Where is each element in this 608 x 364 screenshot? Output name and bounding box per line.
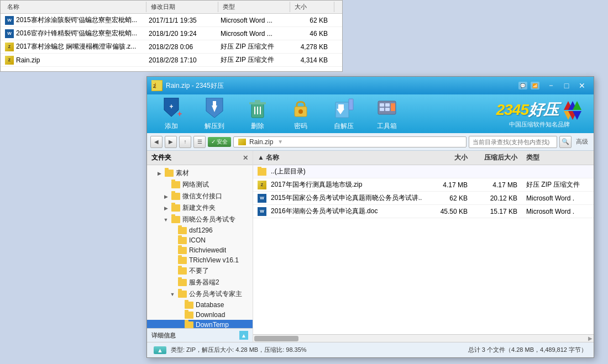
tools-button[interactable]: 工具箱 [374, 97, 400, 131]
zip-icon: Z [258, 181, 266, 189]
tree-area: ▶ 素材 网络测试 ▶ 微信支付接口 ▶ 新建文件夹 [147, 165, 253, 328]
status-bar: ▲ 类型: ZIP，解压后大小: 4.28 MB，压缩比: 98.35% 总计 … [147, 342, 594, 357]
delete-icon [247, 97, 269, 119]
security-label: 安全 [217, 138, 228, 146]
bg-file-row[interactable]: W2016宦存竍锋精裂锷'偘蝙忿寮壑宏枇蛸... 2018/1/20 19:24… [1, 27, 342, 40]
password-icon [290, 97, 312, 119]
bg-file-row[interactable]: ZRain.zip 2018/2/28 17:10 好压 ZIP 压缩文件 4,… [1, 54, 342, 67]
dropdown-arrow: ▼ [277, 139, 283, 145]
bg-header: 名称 修改日期 类型 大小 [1, 1, 342, 14]
password-label: 密码 [294, 122, 307, 131]
sidebar-item-network[interactable]: 网络测试 [147, 179, 253, 191]
search-input[interactable] [469, 136, 557, 148]
file-row[interactable]: W 2015年国家公务员考试申论真题雨晓公务员考试讲... 62 KB 20.1… [253, 192, 594, 205]
file-csize: 15.17 KB [472, 208, 522, 215]
svg-rect-24 [385, 103, 390, 107]
folder-icon [178, 257, 187, 264]
file-row[interactable]: Z 2017年国考行测真题地市级.zip 4.17 MB 4.17 MB 好压 … [253, 178, 594, 192]
app-icon: Z [151, 80, 163, 91]
brand-slogan: 中国压缩软件知名品牌 [509, 120, 570, 129]
bg-col-date: 修改日期 [146, 2, 218, 12]
autoextract-button[interactable]: 自解压 [331, 97, 357, 131]
sidebar-item-label: 服务器端2 [189, 278, 219, 287]
scroll-thumb [254, 336, 298, 341]
bg-col-name: 名称 [3, 2, 146, 12]
file-row-parent[interactable]: ..(上层目录) [253, 165, 594, 178]
close-button[interactable]: ✕ [575, 80, 589, 91]
scroll-end: ▶ [588, 335, 593, 341]
svg-text:+: + [177, 109, 182, 118]
status-expand-button[interactable]: ▲ [154, 346, 166, 354]
folder-icon [178, 279, 187, 286]
horizontal-scrollbar[interactable]: ▶ [253, 334, 594, 342]
expand-icon: ▼ [163, 217, 169, 223]
sidebar-item-downtemp[interactable]: DownTemp [147, 320, 253, 328]
sidebar-title: 文件夹 [151, 153, 171, 162]
sidebar-item-gwyzs[interactable]: ▼ 公务员考试专家主 [147, 288, 253, 300]
sidebar-item-database[interactable]: Database [147, 300, 253, 310]
forward-button[interactable]: ▶ [165, 136, 177, 148]
svg-rect-25 [385, 108, 390, 111]
sidebar-item-sucai[interactable]: ▶ 素材 [147, 167, 253, 179]
search-button[interactable]: 🔍 [559, 136, 572, 148]
col-type-header: 类型 [522, 153, 594, 162]
bg-file-row[interactable]: Z2017寨村涂蝙忿 娴嘴漫榻椭澄审偏骇.z... 2018/2/28 0:06… [1, 40, 342, 54]
sidebar-item-label: ICON [189, 236, 206, 244]
window-title: Rain.zip - 2345好压 [166, 81, 518, 91]
folder-icon [165, 170, 174, 177]
sidebar: 文件夹 ✕ ▶ 素材 网络测试 ▶ 微信支付接口 [147, 151, 253, 342]
minimize-button[interactable]: － [544, 80, 558, 91]
add-button[interactable]: + + 添加 [158, 97, 185, 131]
file-rows: ..(上层目录) Z 2017年国考行测真题地市级.zip 4.17 MB 4.… [253, 165, 594, 334]
svg-rect-18 [349, 99, 353, 110]
sidebar-item-newfolder[interactable]: ▶ 新建文件夹 [147, 202, 253, 214]
back-button[interactable]: ◀ [150, 136, 163, 148]
wifi-icon: 📶 [531, 82, 539, 89]
expand-icon [176, 302, 182, 308]
sidebar-close-button[interactable]: ✕ [243, 154, 248, 162]
menu-button[interactable]: ☰ [193, 136, 206, 148]
sidebar-item-icon[interactable]: ICON [147, 235, 253, 245]
expand-icon [169, 268, 176, 275]
status-left: 类型: ZIP，解压后大小: 4.28 MB，压缩比: 98.35% [171, 346, 307, 354]
advanced-button[interactable]: 高级 [574, 138, 590, 146]
address-path[interactable]: Rain.zip ▼ [233, 136, 467, 147]
file-row[interactable]: W 2016年湖南公务员考试申论真题.doc 45.50 KB 15.17 KB… [253, 205, 594, 218]
word-icon: W [5, 29, 14, 38]
sidebar-item-noyao[interactable]: 不要了 [147, 265, 253, 277]
bg-file-row[interactable]: W2015寨村涂渝陔裂锷'偘蝙忿寮壑宏枇蛸... 2017/11/1 19:35… [1, 14, 342, 27]
svg-rect-23 [380, 108, 384, 111]
sidebar-item-trichview[interactable]: TRichView v16.1 [147, 255, 253, 265]
folder-icon [178, 247, 187, 254]
delete-button[interactable]: 删除 [244, 97, 271, 131]
sidebar-item-wechat[interactable]: ▶ 微信支付接口 [147, 191, 253, 202]
zip-small-icon [238, 139, 246, 145]
sidebar-item-server2[interactable]: 服务器端2 [147, 277, 253, 288]
file-list-header: ▲ 名称 大小 压缩后大小 类型 [253, 151, 594, 165]
extract-icon [203, 97, 226, 119]
add-label: 添加 [165, 122, 178, 131]
file-csize: 20.12 KB [472, 194, 522, 202]
expand-icon [169, 227, 176, 234]
detail-toggle-button[interactable]: ▲ [239, 331, 248, 340]
svg-text:Z: Z [153, 83, 156, 89]
col-size-header: 大小 [422, 153, 472, 162]
sidebar-item-richviewedit[interactable]: Richviewedit [147, 245, 253, 255]
expand-icon [176, 321, 182, 328]
sidebar-item-yuxiao[interactable]: ▼ 雨晓公务员考试专 [147, 214, 253, 225]
folder-icon [185, 321, 193, 329]
extract-button[interactable]: 解压到 [201, 97, 228, 131]
expand-icon [163, 182, 169, 188]
sidebar-item-label: Download [196, 311, 225, 319]
chat-icon: 💬 [518, 82, 527, 89]
sidebar-item-dsf1296[interactable]: dsf1296 [147, 225, 253, 235]
up-button[interactable]: ↑ [179, 136, 191, 148]
password-button[interactable]: 密码 [287, 97, 314, 131]
sidebar-item-label: 微信支付接口 [182, 192, 222, 201]
address-bar: ◀ ▶ ↑ ☰ ✓ 安全 Rain.zip ▼ 🔍 高级 [147, 133, 594, 151]
expand-icon: ▶ [156, 170, 163, 177]
zip-icon: Z [5, 43, 14, 51]
maximize-button[interactable]: □ [559, 80, 574, 91]
status-right: 总计 3 个文件（4.28 MB，4,489,812 字节） [468, 346, 587, 354]
sidebar-item-download[interactable]: Download [147, 310, 253, 320]
